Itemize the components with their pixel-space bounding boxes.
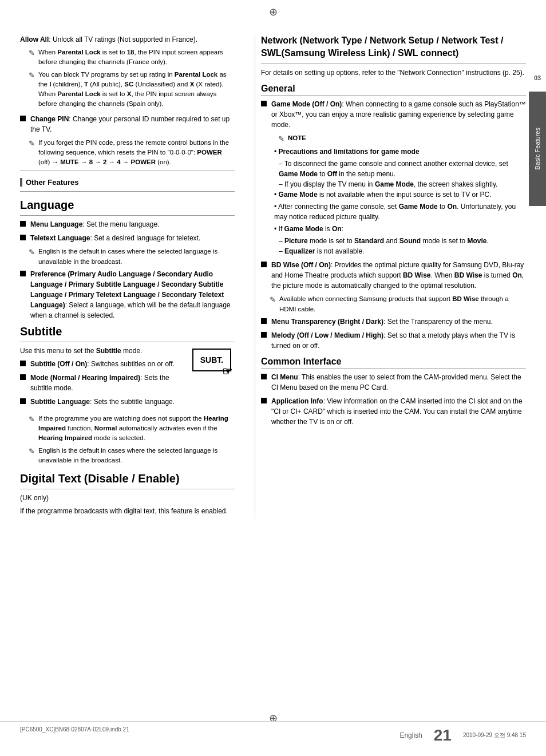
network-body: For details on setting up options, refer… [261,68,526,78]
network-title: Network (Network Type / Network Setup / … [261,34,526,60]
page: ⊕ Basic Features 03 Allow All: Unlock al… [0,0,546,756]
subtitle-area: Use this menu to set the Subtitle mode. … [20,346,235,410]
if-game-mode-on: If Game Mode is On: [274,224,526,234]
note-label-row: ✎ NOTE [278,133,526,145]
game-mode-bullet: Game Mode (Off / On): When connecting to… [261,99,526,130]
subtitle-onoff-bullet: Subtitle (Off / On): Switches subtitles … [20,359,183,369]
divider-after-other-features [20,191,235,192]
subt-button[interactable]: SUBT. ☞ [192,349,231,371]
bullet-square-icon [20,116,26,121]
menu-language-bullet: Menu Language: Set the menu language. [20,219,235,229]
game-mode-on-note: After connecting the game console, set G… [274,201,526,222]
bullet-sq-subtitle-onoff [20,361,26,366]
subtitle-note1: ✎ If the programme you are watching does… [29,414,235,444]
menu-transparency-bullet: Menu Transparency (Bright / Dark): Set t… [261,316,526,327]
teletext-note: ✎ English is the default in cases where … [29,247,235,267]
note-icon-general: ✎ [278,133,284,145]
crosshair-top-icon: ⊕ [269,6,278,18]
divider-digital-text [20,489,235,489]
language-section-title: Language [20,199,235,212]
bullet-sq-ci-menu [261,374,267,379]
left-column: Allow All: Unlock all TV ratings (Not su… [20,34,243,519]
divider-network [261,64,526,64]
note-icon-3: ✎ [29,138,35,149]
allow-all-text: Allow All: Unlock all TV ratings (Not su… [20,34,235,45]
note-icon-subtitle1: ✎ [29,414,35,425]
footer-right: English 21 2010-09-29 오전 9:48 15 [399,726,526,745]
general-title: General [261,84,526,96]
common-interface-title: Common Interface [261,357,526,369]
note-icon-2: ✎ [29,70,35,81]
side-tab-label: Basic Features [533,128,541,169]
application-info-bullet: Application Info: View information on th… [261,396,526,427]
bullet-sq-subtitle-mode [20,374,26,380]
bd-wise-bullet: BD Wise (Off / On): Provides the optimal… [261,260,526,291]
divider-language [20,215,235,216]
subtitle-lang-bullet: Subtitle Language: Sets the subtitle lan… [20,397,183,407]
digital-text-body: If the programme broadcasts with digital… [20,506,235,516]
side-tab: Basic Features [529,92,546,206]
teletext-language-bullet: Teletext Language: Set a desired languag… [20,233,235,243]
footer: [PC6500_XC]BN68-02807A-02L09.indb 21 Eng… [0,721,546,745]
footer-file: [PC6500_XC]BN68-02807A-02L09.indb 21 [20,726,129,745]
picture-mode-note: Picture mode is set to Standard and Soun… [279,236,526,246]
side-tab-number: 03 [529,74,546,81]
divider-other-features [20,171,235,171]
pin-note: ✎ If you forget the PIN code, press the … [29,138,235,168]
bullet-sq-menu-lang [20,221,26,227]
subtitle-note2: ✎ English is the default in cases where … [29,446,235,466]
note-icon-1: ✎ [29,48,35,59]
subtitle-mode-bullet: Mode (Normal / Hearing Impaired): Sets t… [20,373,183,393]
parental-lock-note2: ✎ You can block TV programs by set up ra… [29,70,235,109]
main-content: Allow All: Unlock all TV ratings (Not su… [0,34,546,519]
bullet-sq-teletext [20,235,26,240]
page-number: 21 [434,726,452,745]
divider-subtitle [20,342,235,342]
melody-bullet: Melody (Off / Low / Medium / High): Set … [261,330,526,351]
precaution-1: To disconnect the game console and conne… [279,159,526,179]
equalizer-note: Equalizer is not available. [279,246,526,256]
other-features-header: Other Features [20,178,235,187]
bullet-sq-app-info [261,398,267,403]
bullet-sq-subtitle-lang [20,398,26,404]
footer-date: 2010-09-29 오전 9:48 15 [463,731,526,739]
right-column: Network (Network Type / Network Setup / … [255,34,526,519]
game-mode-tv-note: Game Mode is not available when the inpu… [274,189,526,200]
bd-wise-note: ✎ Available when connecting Samsung prod… [270,294,526,314]
note-icon-teletext: ✎ [29,247,35,258]
bullet-sq-transparency [261,318,267,324]
parental-lock-note1: ✎ When Parental Lock is set to 18, the P… [29,48,235,68]
bullet-sq-game-mode [261,101,267,106]
change-pin-bullet: Change PIN: Change your personal ID numb… [20,114,235,134]
bullet-sq-bd-wise [261,262,267,267]
digital-text-title: Digital Text (Disable / Enable) [20,472,235,485]
subtitle-section-title: Subtitle [20,325,235,338]
precautions-title: Precautions and limitations for game mod… [274,147,526,157]
ci-menu-bullet: CI Menu: This enables the user to select… [261,372,526,393]
subt-button-label: SUBT. [200,355,223,365]
subtitle-intro: Use this menu to set the Subtitle mode. [20,346,183,356]
hand-icon: ☞ [222,365,232,378]
preference-bullet: Preference (Primary Audio Language / Sec… [20,269,235,320]
bullet-sq-preference [20,271,26,276]
english-label: English [399,731,422,739]
note-box: ✎ NOTE Precautions and limitations for g… [270,133,526,257]
note-icon-subtitle2: ✎ [29,446,35,457]
note-icon-bd-wise: ✎ [270,294,276,306]
precaution-2: If you display the TV menu in Game Mode,… [279,179,526,189]
digital-text-sub: (UK only) [20,493,235,503]
bullet-sq-melody [261,332,267,338]
